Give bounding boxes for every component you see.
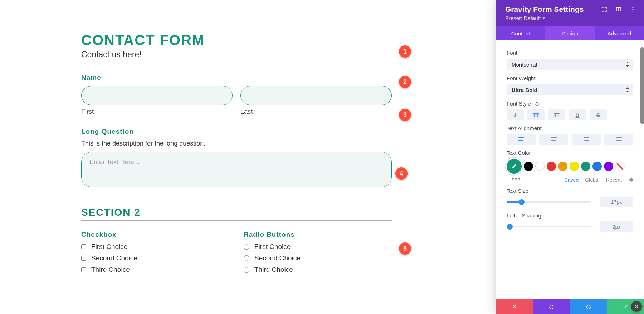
checkbox-label: Checkbox xyxy=(81,231,229,239)
checkbox-choice-1[interactable]: First Choice xyxy=(81,243,229,251)
gear-icon[interactable] xyxy=(628,177,633,182)
undo-button[interactable] xyxy=(533,299,570,314)
color-tab-saved[interactable]: Saved xyxy=(564,177,579,183)
sort-icon xyxy=(625,63,629,66)
more-icon[interactable] xyxy=(630,6,636,13)
letter-spacing-slider[interactable] xyxy=(507,226,591,227)
first-sublabel: First xyxy=(81,108,233,116)
section-2-title: SECTION 2 xyxy=(81,207,392,218)
letter-spacing-value[interactable]: 2px xyxy=(600,221,633,232)
swatch-red[interactable] xyxy=(547,162,556,171)
font-weight-label: Font Weight xyxy=(507,75,633,81)
color-tab-global[interactable]: Global xyxy=(585,177,599,183)
reset-icon[interactable] xyxy=(535,101,540,106)
tab-design[interactable]: Design xyxy=(545,26,595,40)
text-size-label: Text Size xyxy=(507,188,633,194)
swatch-green[interactable] xyxy=(581,162,590,171)
first-name-input[interactable] xyxy=(81,86,233,105)
font-select[interactable]: Montserrat xyxy=(507,59,633,70)
smallcaps-button[interactable]: TT xyxy=(548,109,565,120)
cancel-button[interactable] xyxy=(496,299,533,314)
scrollbar[interactable] xyxy=(640,47,644,124)
sort-icon xyxy=(625,88,629,92)
text-size-value[interactable]: 17px xyxy=(600,197,633,207)
text-size-slider[interactable] xyxy=(507,201,591,203)
chevron-down-icon: ▼ xyxy=(542,16,546,20)
long-question-label: Long Question xyxy=(81,128,392,136)
last-name-input[interactable] xyxy=(240,86,392,105)
tab-advanced[interactable]: Advanced xyxy=(595,26,644,40)
settings-panel: Gravity Form Settings Preset: Default ▼ … xyxy=(496,0,644,314)
form-title: CONTACT FORM xyxy=(81,32,392,48)
columns-icon[interactable] xyxy=(615,6,622,13)
color-picker-button[interactable] xyxy=(507,159,522,174)
radio-choice-2[interactable]: Second Choice xyxy=(244,254,392,262)
font-weight-select[interactable]: Ultra Bold xyxy=(507,84,633,95)
swatch-black[interactable] xyxy=(524,162,533,171)
align-left-button[interactable] xyxy=(507,134,536,145)
form-preview: CONTACT FORM Contact us here! Name First… xyxy=(0,0,496,314)
letter-spacing-label: Letter Spacing xyxy=(507,212,633,219)
section-divider xyxy=(81,220,392,221)
highlight-badge-3: 3 xyxy=(399,109,411,121)
check-icon xyxy=(622,303,629,310)
svg-point-0 xyxy=(633,7,634,8)
radio-choice-1[interactable]: First Choice xyxy=(244,243,392,251)
radio-choice-3[interactable]: Third Choice xyxy=(244,266,392,274)
italic-button[interactable]: I xyxy=(507,109,524,120)
highlight-badge-4: 4 xyxy=(395,167,408,180)
swatch-none[interactable] xyxy=(615,162,625,171)
form-subtitle: Contact us here! xyxy=(81,50,392,59)
highlight-badge-5: 5 xyxy=(399,242,411,255)
font-style-label: Font Style xyxy=(507,100,633,107)
text-align-label: Text Alignment xyxy=(507,125,633,131)
radio-label: Radio Buttons xyxy=(244,231,392,239)
svg-point-2 xyxy=(633,11,634,12)
resize-handle[interactable] xyxy=(631,301,642,312)
redo-button[interactable] xyxy=(570,299,607,314)
eyedropper-icon xyxy=(511,163,517,170)
swatch-blue[interactable] xyxy=(592,162,602,171)
slider-thumb[interactable] xyxy=(519,199,525,205)
close-icon xyxy=(512,304,517,309)
checkbox-choice-2[interactable]: Second Choice xyxy=(81,254,229,262)
checkbox-choice-3[interactable]: Third Choice xyxy=(81,266,229,274)
long-question-desc: This is the description for the long que… xyxy=(81,140,392,147)
svg-point-1 xyxy=(633,9,634,10)
uppercase-button[interactable]: TT xyxy=(527,109,545,120)
more-colors-button[interactable]: ••• xyxy=(507,175,521,183)
name-label: Name xyxy=(81,74,392,82)
undo-icon xyxy=(548,303,555,310)
strikethrough-button[interactable]: S xyxy=(590,109,607,120)
color-tab-recent[interactable]: Recent xyxy=(606,177,622,183)
panel-title: Gravity Form Settings xyxy=(505,5,593,14)
swatch-orange[interactable] xyxy=(558,162,567,171)
long-question-textarea[interactable] xyxy=(81,152,392,187)
highlight-badge-2: 2 xyxy=(399,76,411,88)
font-label: Font xyxy=(507,50,633,56)
redo-icon xyxy=(585,303,592,310)
underline-button[interactable]: U xyxy=(569,109,586,120)
swatch-yellow[interactable] xyxy=(570,162,579,171)
slider-thumb[interactable] xyxy=(507,224,513,230)
last-sublabel: Last xyxy=(240,108,392,116)
align-right-button[interactable] xyxy=(572,134,601,145)
align-justify-button[interactable] xyxy=(604,134,633,145)
text-color-label: Text Color xyxy=(507,150,633,156)
align-center-button[interactable] xyxy=(539,134,568,145)
expand-icon[interactable] xyxy=(601,6,608,13)
swatch-purple[interactable] xyxy=(604,162,613,171)
highlight-badge-1: 1 xyxy=(399,45,411,58)
tab-content[interactable]: Content xyxy=(496,26,545,40)
swatch-white[interactable] xyxy=(535,162,545,171)
preset-selector[interactable]: Preset: Default ▼ xyxy=(505,15,546,21)
